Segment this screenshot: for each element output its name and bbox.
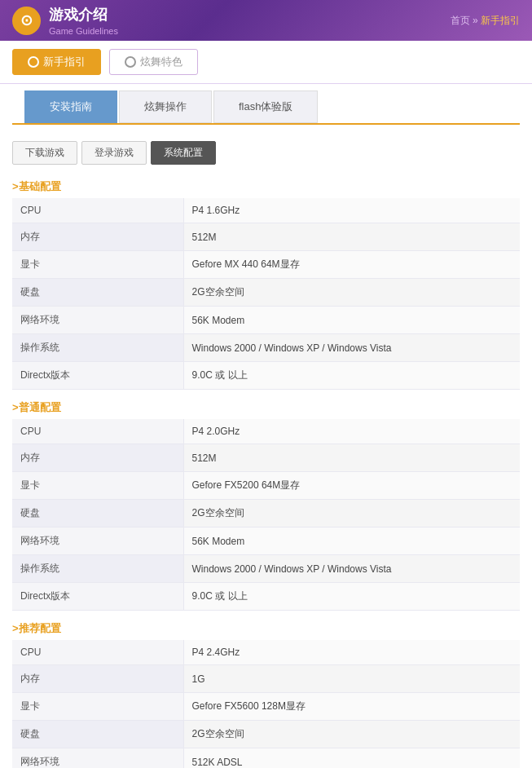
- label-cpu-rec: CPU: [12, 640, 183, 665]
- section-normal-header: >普通配置: [12, 394, 520, 419]
- label-dx-basic: Directx版本: [12, 362, 183, 390]
- value-dx-normal: 9.0C 或 以上: [183, 583, 520, 611]
- nav-separator: »: [473, 15, 478, 26]
- table-normal: CPU P4 2.0GHz 内存 512M 显卡 Gefore FX5200 6…: [12, 419, 520, 611]
- table-row: CPU P4 1.6GHz: [12, 198, 520, 223]
- label-dx-normal: Directx版本: [12, 583, 183, 611]
- table-row: 操作系统 Windows 2000 / Windows XP / Windows…: [12, 555, 520, 583]
- secondary-tab-bar: 安装指南 炫舞操作 flash体验版: [12, 84, 520, 125]
- label-mem-rec: 内存: [12, 665, 183, 693]
- table-row: CPU P4 2.4GHz: [12, 640, 520, 665]
- table-row: Directx版本 9.0C 或 以上: [12, 362, 520, 390]
- section-basic-header: >基础配置: [12, 173, 520, 198]
- label-net-basic: 网络环境: [12, 307, 183, 334]
- label-disk-normal: 硬盘: [12, 500, 183, 527]
- sub-nav: 下载游戏 登录游戏 系统配置: [12, 133, 520, 173]
- title-cn: 游戏介绍: [49, 5, 118, 24]
- tab-anzhuangzhinan-label: 安装指南: [50, 100, 92, 113]
- label-disk-basic: 硬盘: [12, 279, 183, 307]
- btn-xitong[interactable]: 系统配置: [151, 141, 216, 165]
- table-row: 硬盘 2G空余空间: [12, 500, 520, 527]
- section-recommended-header: >推荐配置: [12, 615, 520, 640]
- table-row: 网络环境 56K Modem: [12, 527, 520, 555]
- value-disk-rec: 2G空余空间: [183, 721, 520, 748]
- label-mem-normal: 内存: [12, 444, 183, 472]
- logo-area: ⊙ 游戏介绍 Game Guidelines: [12, 5, 118, 36]
- tab-flash[interactable]: flash体验版: [213, 90, 318, 123]
- tab-xuanwucaozuo[interactable]: 炫舞操作: [119, 90, 212, 123]
- label-gpu-normal: 显卡: [12, 472, 183, 500]
- table-recommended: CPU P4 2.4GHz 内存 1G 显卡 Gefore FX5600 128…: [12, 640, 520, 768]
- content-area: 下载游戏 登录游戏 系统配置 >基础配置 CPU P4 1.6GHz 内存 51…: [0, 125, 532, 768]
- tab-xinshouzhinan-label: 新手指引: [43, 55, 86, 69]
- label-cpu-normal: CPU: [12, 419, 183, 444]
- value-net-rec: 512K ADSL: [183, 748, 520, 769]
- label-net-rec: 网络环境: [12, 748, 183, 769]
- btn-xiazai-label: 下载游戏: [25, 147, 64, 158]
- btn-denglu[interactable]: 登录游戏: [81, 141, 147, 165]
- value-net-normal: 56K Modem: [183, 527, 520, 555]
- btn-denglu-label: 登录游戏: [95, 147, 134, 158]
- tab-xuanwutese[interactable]: 炫舞特色: [109, 49, 198, 75]
- label-os-basic: 操作系统: [12, 334, 183, 362]
- value-os-basic: Windows 2000 / Windows XP / Windows Vist…: [183, 334, 520, 362]
- value-disk-normal: 2G空余空间: [183, 500, 520, 527]
- label-mem-basic: 内存: [12, 223, 183, 251]
- value-gpu-rec: Gefore FX5600 128M显存: [183, 693, 520, 721]
- table-row: 硬盘 2G空余空间: [12, 279, 520, 307]
- table-row: 显卡 Gefore FX5600 128M显存: [12, 693, 520, 721]
- value-os-normal: Windows 2000 / Windows XP / Windows Vist…: [183, 555, 520, 583]
- circle-icon: [28, 56, 39, 68]
- value-gpu-normal: Gefore FX5200 64M显存: [183, 472, 520, 500]
- value-mem-normal: 512M: [183, 444, 520, 472]
- table-row: 硬盘 2G空余空间: [12, 721, 520, 748]
- main-tab-bar: 新手指引 炫舞特色: [0, 41, 532, 84]
- label-net-normal: 网络环境: [12, 527, 183, 555]
- value-gpu-basic: Gefore MX 440 64M显存: [183, 251, 520, 279]
- value-cpu-normal: P4 2.0GHz: [183, 419, 520, 444]
- logo-icon: ⊙: [12, 7, 41, 35]
- header: ⊙ 游戏介绍 Game Guidelines 首页 » 新手指引: [0, 0, 532, 41]
- value-cpu-rec: P4 2.4GHz: [183, 640, 520, 665]
- table-row: 网络环境 512K ADSL: [12, 748, 520, 769]
- value-net-basic: 56K Modem: [183, 307, 520, 334]
- label-disk-rec: 硬盘: [12, 721, 183, 748]
- table-row: 内存 512M: [12, 444, 520, 472]
- label-os-normal: 操作系统: [12, 555, 183, 583]
- label-cpu-basic: CPU: [12, 198, 183, 223]
- nav-home[interactable]: 首页: [451, 15, 470, 26]
- value-mem-rec: 1G: [183, 665, 520, 693]
- tab-xuanwucaozuo-label: 炫舞操作: [144, 100, 187, 113]
- table-row: 内存 512M: [12, 223, 520, 251]
- tab-xuanwutese-label: 炫舞特色: [140, 55, 182, 69]
- label-gpu-rec: 显卡: [12, 693, 183, 721]
- value-dx-basic: 9.0C 或 以上: [183, 362, 520, 390]
- value-disk-basic: 2G空余空间: [183, 279, 520, 307]
- btn-xitong-label: 系统配置: [164, 147, 203, 158]
- table-row: 内存 1G: [12, 665, 520, 693]
- value-cpu-basic: P4 1.6GHz: [183, 198, 520, 223]
- tab-flash-label: flash体验版: [239, 100, 292, 113]
- table-row: 显卡 Gefore MX 440 64M显存: [12, 251, 520, 279]
- circle-icon-2: [125, 56, 136, 68]
- table-row: CPU P4 2.0GHz: [12, 419, 520, 444]
- nav-current: 新手指引: [481, 15, 520, 26]
- table-row: 网络环境 56K Modem: [12, 307, 520, 334]
- breadcrumb: 首页 » 新手指引: [451, 14, 520, 28]
- table-row: 显卡 Gefore FX5200 64M显存: [12, 472, 520, 500]
- btn-xiazai[interactable]: 下载游戏: [12, 141, 77, 165]
- table-row: 操作系统 Windows 2000 / Windows XP / Windows…: [12, 334, 520, 362]
- table-row: Directx版本 9.0C 或 以上: [12, 583, 520, 611]
- title-en: Game Guidelines: [49, 26, 118, 36]
- label-gpu-basic: 显卡: [12, 251, 183, 279]
- value-mem-basic: 512M: [183, 223, 520, 251]
- tab-anzhuangzhinan[interactable]: 安装指南: [24, 90, 117, 123]
- table-basic: CPU P4 1.6GHz 内存 512M 显卡 Gefore MX 440 6…: [12, 198, 520, 390]
- tab-xinshouzhinan[interactable]: 新手指引: [12, 49, 101, 75]
